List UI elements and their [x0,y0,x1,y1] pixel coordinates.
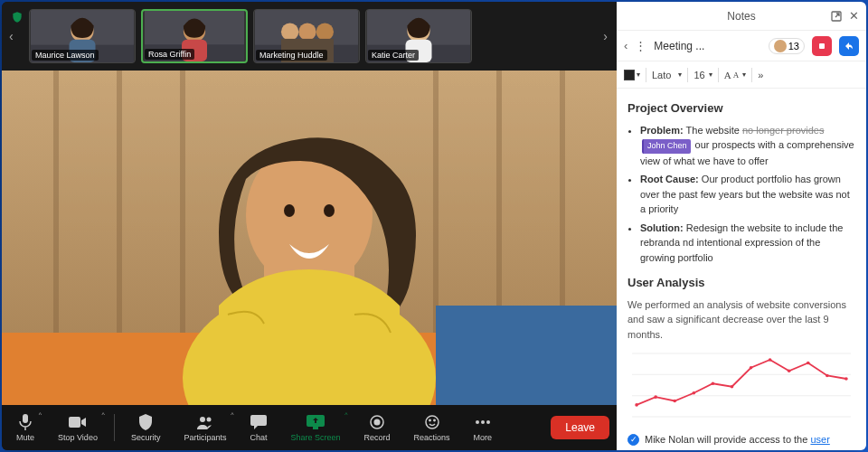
share-screen-icon [307,413,325,431]
notes-title: Notes [727,10,755,23]
video-icon [69,413,87,431]
svg-point-54 [673,400,676,403]
thumbnail[interactable]: Rosa Griffin [141,9,248,63]
shield-icon [11,11,24,26]
svg-point-60 [788,369,791,372]
task-list: ✓Mike Nolan will provide access to the u… [627,432,855,450]
record-button[interactable]: Record [357,410,398,446]
participant-chip[interactable]: 13 [769,38,805,54]
meeting-panel: ‹ Maurice LawsonRosa GriffinMarketing Hu… [2,2,617,450]
notes-panel: Notes ✕ ‹ ⋮ Meeting ... 13 [617,2,866,450]
chevron-up-icon[interactable]: ^ [344,411,347,418]
svg-point-57 [731,385,734,389]
size-picker[interactable]: 16 ▾ [693,70,712,80]
chevron-up-icon[interactable]: ^ [231,411,233,418]
svg-rect-33 [69,417,80,428]
collaborator-cursor: John Chen [642,139,691,154]
svg-point-40 [426,416,439,428]
meeting-toolbar: ^ Mute ^ Stop Video Security ^ Par [2,405,617,450]
heading-project-overview: Project Overview [627,99,855,118]
analysis-paragraph: We performed an analysis of website conv… [627,297,855,343]
svg-rect-47 [819,43,825,49]
list-item: Problem: The website no longer providesJ… [640,123,855,169]
more-icon [475,413,491,431]
task-link[interactable]: user testing summaries [645,434,830,450]
mute-button[interactable]: ^ Mute [9,410,42,446]
svg-point-34 [200,417,205,422]
more-format-icon[interactable]: » [758,70,763,80]
participants-button[interactable]: ^ Participants [176,410,233,446]
chat-icon [250,413,267,431]
text-style-picker[interactable]: AA ▾ [724,70,746,80]
record-label: Record [364,433,391,442]
thumbnail[interactable]: Marketing Huddle [253,9,360,63]
thumbnail-label: Katie Carter [368,50,419,61]
share-screen-button[interactable]: ^ Share Screen [283,410,347,446]
svg-point-39 [374,419,381,426]
kebab-icon[interactable]: ⋮ [635,39,646,52]
checkbox-icon[interactable]: ✓ [627,434,639,446]
svg-point-44 [481,420,485,424]
svg-point-52 [635,403,638,407]
conversion-chart [627,349,855,421]
back-icon[interactable]: ‹ [624,39,627,52]
chat-label: Chat [250,433,267,442]
stop-video-label: Stop Video [58,433,98,442]
svg-point-31 [324,204,335,217]
main-video [2,71,617,405]
breadcrumb[interactable]: Meeting ... [654,40,760,52]
shield-icon [138,413,153,431]
notes-header: Notes ✕ [617,2,866,31]
svg-point-56 [712,381,715,385]
reactions-button[interactable]: Reactions [407,410,458,446]
svg-point-59 [769,358,772,362]
font-picker[interactable]: Lato ▾ [652,70,682,80]
thumbnail-label: Rosa Griffin [145,49,194,60]
color-picker[interactable]: ▾ [624,70,640,80]
thumbnail-label: Maurice Lawson [32,50,99,61]
share-note-button[interactable] [839,36,859,56]
svg-rect-32 [23,414,28,423]
svg-point-61 [807,362,810,365]
close-icon[interactable]: ✕ [849,9,859,23]
thumbnail[interactable]: Katie Carter [365,9,472,63]
participants-icon [196,413,214,431]
heading-user-analysis: User Analysis [627,274,855,292]
thumbnail-strip: ‹ Maurice LawsonRosa GriffinMarketing Hu… [2,2,617,71]
svg-rect-37 [313,427,318,429]
svg-point-55 [692,391,695,395]
svg-point-43 [476,420,479,424]
microphone-icon [18,413,33,431]
share-screen-label: Share Screen [290,433,340,442]
svg-point-42 [433,419,434,420]
chat-button[interactable]: Chat [242,410,274,446]
chevron-up-icon[interactable]: ^ [102,411,105,418]
security-button[interactable]: Security [124,410,168,446]
chevron-right-icon[interactable]: › [603,29,608,43]
chevron-left-icon[interactable]: ‹ [9,29,14,43]
mute-label: Mute [16,433,34,442]
overview-list: Problem: The website no longer providesJ… [627,123,855,266]
more-label: More [474,433,493,442]
stop-video-button[interactable]: ^ Stop Video [51,410,105,446]
leave-button[interactable]: Leave [551,416,609,439]
popout-icon[interactable] [831,9,842,23]
security-label: Security [131,433,161,442]
format-toolbar: ▾ Lato ▾ 16 ▾ AA ▾ » [617,61,866,89]
svg-point-62 [826,374,829,378]
svg-rect-26 [436,306,617,405]
svg-point-58 [750,366,753,370]
chevron-up-icon[interactable]: ^ [39,411,42,418]
svg-point-35 [206,418,211,422]
svg-point-41 [429,419,429,420]
more-button[interactable]: More [467,410,500,446]
record-icon [370,413,384,431]
reactions-icon [425,413,439,431]
toolbar-divider [114,414,115,441]
task-text: Mike Nolan will provide access to the us… [645,432,855,450]
reactions-label: Reactions [414,433,450,442]
record-note-button[interactable] [812,36,832,56]
task-item[interactable]: ✓Mike Nolan will provide access to the u… [627,432,855,450]
notes-body[interactable]: Project Overview Problem: The website no… [617,89,866,450]
thumbnail[interactable]: Maurice Lawson [29,9,136,63]
